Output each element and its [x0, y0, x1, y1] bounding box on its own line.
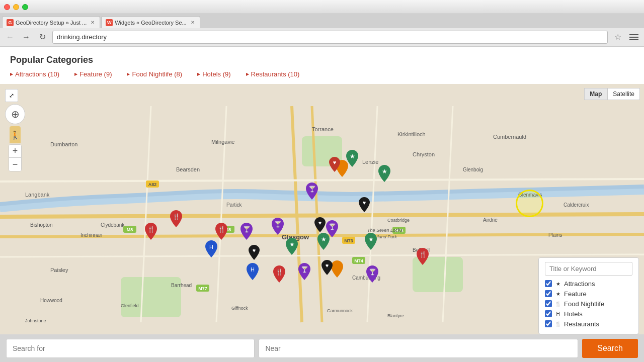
reload-button[interactable]: ↻ [36, 31, 48, 43]
marker-purple-5[interactable]: 🍸 [298, 263, 310, 280]
marker-red-5[interactable]: 🍴 [273, 265, 285, 283]
zoom-out-button[interactable]: − [9, 158, 21, 171]
marker-purple-3[interactable]: 🍸 [272, 218, 284, 235]
window-minimize-button[interactable] [13, 4, 19, 10]
map-type-map-button[interactable]: Map [584, 88, 607, 100]
marker-green-5[interactable]: ★ [365, 233, 377, 250]
svg-text:♥: ♥ [253, 247, 256, 253]
address-bar[interactable]: drinking.directory [52, 31, 608, 44]
filter-attractions[interactable]: ★ Attractions [545, 280, 632, 288]
tab-2-label: Widgets « GeoDirectory Se... [115, 20, 186, 26]
svg-text:Paisley: Paisley [50, 267, 68, 273]
tab-1-close[interactable]: ✕ [90, 20, 96, 26]
svg-text:Glenfield: Glenfield [121, 303, 139, 308]
page-content: Popular Categories Attractions (10) Feat… [0, 47, 644, 362]
tab-1-label: GeoDirectory Setup » Just ... [16, 20, 87, 26]
filter-keyword-input[interactable] [545, 262, 632, 276]
svg-text:Partick: Partick [226, 202, 243, 208]
svg-text:🍸: 🍸 [308, 185, 316, 193]
svg-text:Clydebank: Clydebank [101, 222, 125, 228]
svg-text:★: ★ [382, 168, 387, 175]
search-button[interactable]: Search [582, 339, 638, 358]
filter-attractions-label: Attractions [564, 280, 595, 288]
svg-text:Torrance: Torrance [312, 126, 334, 132]
filter-feature[interactable]: ★ Feature [545, 290, 632, 298]
category-restaurants[interactable]: Restaurants (10) [246, 70, 315, 78]
marker-heart-1[interactable]: ♥ [329, 157, 340, 172]
filter-hotels-label: Hotels [564, 310, 583, 318]
filter-restaurants[interactable]: 🍴 Restaurants [545, 320, 632, 328]
svg-text:The Seven Lochs: The Seven Lochs [367, 228, 403, 233]
svg-text:Johnstone: Johnstone [25, 318, 46, 323]
window-maximize-button[interactable] [22, 4, 28, 10]
marker-green-4[interactable]: ★ [317, 233, 330, 250]
browser-tab-2[interactable]: W Widgets « GeoDirectory Se... ✕ [101, 16, 200, 28]
filter-feature-checkbox[interactable] [545, 290, 552, 297]
filter-food-checkbox[interactable] [545, 300, 552, 307]
svg-text:♥: ♥ [326, 262, 329, 268]
food-icon: 🍴 [554, 300, 562, 308]
svg-text:♥: ♥ [363, 200, 366, 206]
marker-heart-2[interactable]: ♥ [359, 197, 370, 212]
marker-purple-6[interactable]: 🍸 [366, 265, 378, 283]
svg-text:Coatbridge: Coatbridge [387, 218, 410, 223]
svg-text:Barrhead: Barrhead [171, 283, 192, 288]
address-text: drinking.directory [57, 33, 107, 41]
filter-hotels-checkbox[interactable] [545, 310, 552, 317]
near-input[interactable] [259, 339, 578, 358]
marker-purple-2[interactable]: 🍸 [240, 223, 253, 240]
marker-red-2[interactable]: 🍴 [145, 223, 157, 240]
map-type-satellite-button[interactable]: Satellite [607, 88, 640, 100]
zoom-in-button[interactable]: + [9, 145, 21, 158]
bookmark-icon[interactable]: ☆ [612, 31, 624, 43]
category-hotels[interactable]: Hotels (9) [197, 70, 246, 78]
svg-text:H: H [251, 266, 255, 273]
svg-text:🍴: 🍴 [276, 268, 283, 276]
filter-hotels[interactable]: H Hotels [545, 310, 632, 318]
marker-orange-3[interactable] [331, 260, 343, 278]
svg-text:🍴: 🍴 [173, 213, 180, 220]
svg-text:Milngavie: Milngavie [211, 139, 234, 145]
category-hotels-label: Hotels (9) [202, 70, 230, 78]
category-feature-label: Feature (9) [79, 70, 112, 78]
filter-food-nightlife[interactable]: 🍴 Food Nightlife [545, 300, 632, 308]
search-for-input[interactable] [6, 339, 255, 358]
svg-text:Plains: Plains [548, 232, 562, 238]
marker-blue-2[interactable]: H [247, 263, 259, 280]
marker-green-2[interactable]: ★ [378, 165, 390, 182]
pegman-control[interactable]: 🚶 [10, 126, 21, 143]
map-resize-button[interactable]: ⤢ [5, 89, 18, 102]
filter-restaurants-checkbox[interactable] [545, 320, 552, 327]
browser-tab-1[interactable]: G GeoDirectory Setup » Just ... ✕ [2, 16, 100, 28]
category-feature[interactable]: Feature (9) [74, 70, 127, 78]
marker-red-4[interactable]: 🍴 [417, 248, 429, 265]
svg-text:Bearsden: Bearsden [176, 166, 200, 172]
svg-text:M73: M73 [344, 238, 353, 243]
marker-blue-1[interactable]: H [205, 240, 217, 257]
svg-text:🍴: 🍴 [147, 225, 155, 233]
marker-green-3[interactable]: ★ [286, 238, 298, 255]
bottom-search-bar: Search [0, 334, 644, 362]
marker-heart-5[interactable]: ♥ [321, 260, 333, 275]
marker-purple-1[interactable]: 🍸 [306, 183, 318, 200]
filter-attractions-checkbox[interactable] [545, 280, 552, 287]
category-food-nightlife[interactable]: Food Nightlife (8) [127, 70, 197, 78]
window-close-button[interactable] [4, 4, 10, 10]
marker-heart-4[interactable]: ♥ [249, 245, 260, 260]
map-pan-control[interactable]: ⊕ [5, 104, 25, 124]
marker-heart-3[interactable]: ♥ [314, 217, 326, 232]
back-button[interactable]: ← [4, 31, 16, 43]
svg-line-4 [0, 214, 644, 217]
svg-text:🍸: 🍸 [369, 268, 376, 276]
category-attractions[interactable]: Attractions (10) [10, 70, 74, 78]
browser-menu-icon[interactable] [628, 31, 640, 43]
map-container[interactable]: Dumbarton Milngavie Torrance Kirkintillo… [0, 84, 644, 344]
marker-red-1[interactable]: 🍴 [170, 210, 182, 227]
filter-panel: ★ Attractions ★ Feature 🍴 Food Nightlife… [538, 257, 639, 334]
svg-text:Blantyre: Blantyre [387, 313, 404, 318]
marker-red-3[interactable]: 🍴 [215, 223, 227, 240]
svg-text:A82: A82 [148, 182, 157, 187]
svg-text:🍴: 🍴 [218, 225, 225, 233]
tab-2-close[interactable]: ✕ [190, 20, 196, 26]
forward-button[interactable]: → [20, 31, 32, 43]
